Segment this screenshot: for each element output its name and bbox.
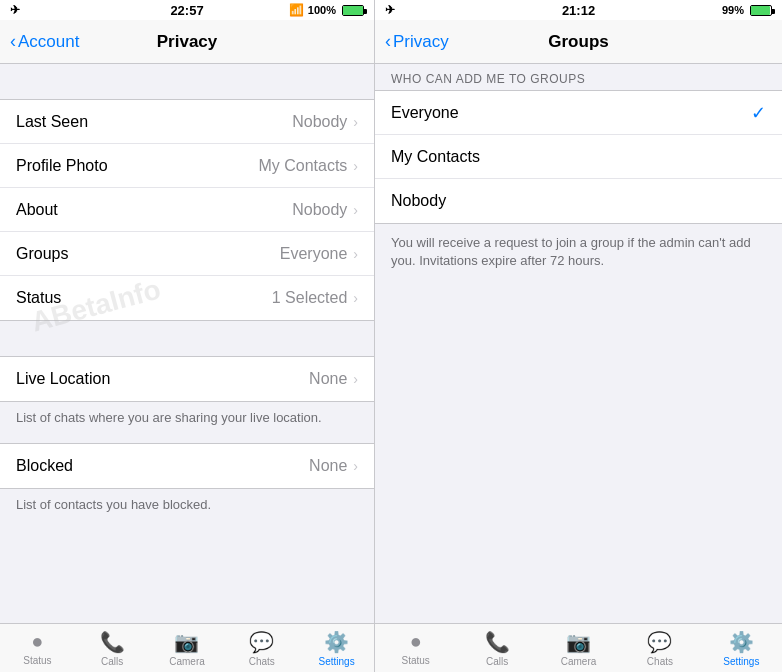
settings-tab-icon-left: ⚙️ [324,630,349,654]
groups-label: Groups [16,245,280,263]
tab-status-right[interactable]: ● Status [375,630,456,666]
nobody-label: Nobody [391,192,766,210]
calls-tab-icon-left: 📞 [100,630,125,654]
mid-spacer-left [0,321,374,356]
status-tab-icon-right: ● [410,630,422,653]
battery-percent-right: 99% [722,4,744,16]
last-seen-value: Nobody [292,113,347,131]
groups-value: Everyone [280,245,348,263]
right-flex-spacer [375,280,782,623]
last-seen-chevron: › [353,114,358,130]
airplane-icon-right: ✈ [385,3,395,17]
tab-status-left[interactable]: ● Status [0,630,75,666]
groups-chevron: › [353,246,358,262]
top-spacer-left [0,64,374,99]
camera-tab-label-left: Camera [169,656,205,667]
tab-settings-right[interactable]: ⚙️ Settings [701,630,782,667]
profile-photo-row[interactable]: Profile Photo My Contacts › [0,144,374,188]
blocked-section: Blocked None › [0,443,374,489]
my-contacts-option[interactable]: My Contacts [375,135,782,179]
chats-tab-label-left: Chats [249,656,275,667]
left-nav-title: Privacy [157,32,218,52]
status-tab-label-left: Status [23,655,51,666]
status-tab-label-right: Status [402,655,430,666]
status-chevron: › [353,290,358,306]
left-status-left: ✈ [10,3,20,17]
privacy-list: Last Seen Nobody › Profile Photo My Cont… [0,99,374,321]
tab-camera-right[interactable]: 📷 Camera [538,630,619,667]
nobody-option[interactable]: Nobody [375,179,782,223]
tab-settings-left[interactable]: ⚙️ Settings [299,630,374,667]
chats-tab-icon-right: 💬 [647,630,672,654]
right-nav-title: Groups [548,32,608,52]
status-tab-icon-left: ● [31,630,43,653]
tab-chats-left[interactable]: 💬 Chats [224,630,299,667]
groups-row[interactable]: Groups Everyone › [0,232,374,276]
airplane-icon-left: ✈ [10,3,20,17]
profile-photo-chevron: › [353,158,358,174]
settings-tab-icon-right: ⚙️ [729,630,754,654]
back-button-left[interactable]: ‹ Account [10,31,79,52]
tab-chats-right[interactable]: 💬 Chats [619,630,700,667]
back-chevron-icon-left: ‹ [10,31,16,52]
everyone-label: Everyone [391,104,751,122]
calls-tab-icon-right: 📞 [485,630,510,654]
left-navbar: ‹ Account Privacy [0,20,374,64]
settings-tab-label-right: Settings [723,656,759,667]
status-row[interactable]: Status 1 Selected › [0,276,374,320]
left-status-right: 📶 100% [289,3,364,17]
groups-options-list: Everyone ✓ My Contacts Nobody [375,90,782,224]
back-label-left[interactable]: Account [18,32,79,52]
tab-calls-right[interactable]: 📞 Calls [456,630,537,667]
blocked-chevron: › [353,458,358,474]
last-seen-label: Last Seen [16,113,292,131]
about-label: About [16,201,292,219]
battery-fill-right [751,6,770,15]
right-time: 21:12 [562,3,595,18]
camera-tab-icon-left: 📷 [174,630,199,654]
calls-tab-label-left: Calls [101,656,123,667]
battery-percent-left: 100% [308,4,336,16]
last-seen-row[interactable]: Last Seen Nobody › [0,100,374,144]
groups-section-header: WHO CAN ADD ME TO GROUPS [375,64,782,90]
battery-bar-right [750,5,772,16]
battery-fill-left [343,6,363,15]
right-status-left: ✈ [385,3,395,17]
camera-tab-icon-right: 📷 [566,630,591,654]
blocked-row[interactable]: Blocked None › [0,444,374,488]
live-location-value: None [309,370,347,388]
about-row[interactable]: About Nobody › [0,188,374,232]
profile-photo-value: My Contacts [258,157,347,175]
blocked-value: None [309,457,347,475]
right-status-right: 99% [722,4,772,16]
tab-calls-left[interactable]: 📞 Calls [75,630,150,667]
settings-tab-label-left: Settings [319,656,355,667]
tab-camera-left[interactable]: 📷 Camera [150,630,225,667]
left-time: 22:57 [170,3,203,18]
chats-tab-label-right: Chats [647,656,673,667]
live-location-label: Live Location [16,370,309,388]
live-location-note: List of chats where you are sharing your… [0,402,374,433]
right-navbar: ‹ Privacy Groups [375,20,782,64]
live-location-row[interactable]: Live Location None › [0,357,374,401]
about-chevron: › [353,202,358,218]
wifi-icon-left: 📶 [289,3,304,17]
everyone-option[interactable]: Everyone ✓ [375,91,782,135]
status-value: 1 Selected [272,289,348,307]
small-spacer-left [0,433,374,443]
battery-bar-left [342,5,364,16]
profile-photo-label: Profile Photo [16,157,258,175]
about-value: Nobody [292,201,347,219]
blocked-label: Blocked [16,457,309,475]
right-panel: ✈ 21:12 99% ‹ Privacy Groups WHO CAN ADD… [375,0,782,672]
status-label: Status [16,289,272,307]
live-location-section: Live Location None › [0,356,374,402]
back-label-right[interactable]: Privacy [393,32,449,52]
back-button-right[interactable]: ‹ Privacy [385,31,449,52]
live-location-chevron: › [353,371,358,387]
left-panel: ✈ 22:57 📶 100% ‹ Account Privacy ABetaIn… [0,0,375,672]
camera-tab-label-right: Camera [561,656,597,667]
everyone-checkmark: ✓ [751,102,766,124]
blocked-note: List of contacts you have blocked. [0,489,374,520]
chats-tab-icon-left: 💬 [249,630,274,654]
